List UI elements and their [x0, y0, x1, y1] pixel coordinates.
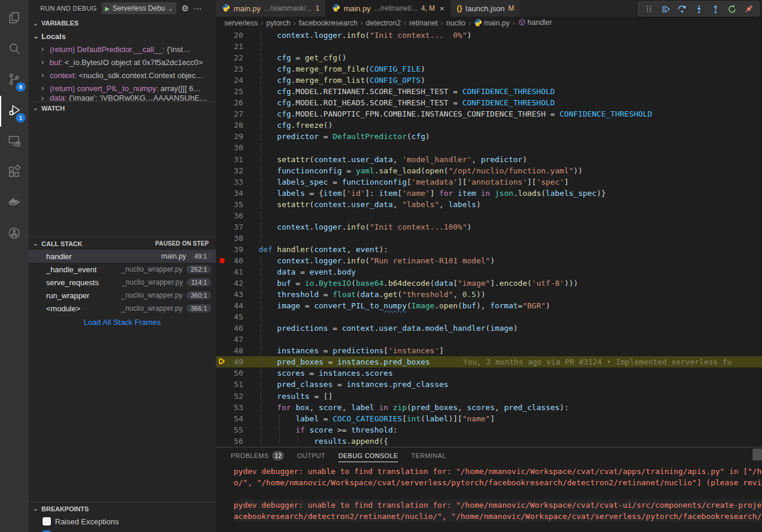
- line-number[interactable]: 56: [228, 437, 243, 446]
- start-debug-icon[interactable]: ▶: [105, 5, 110, 12]
- breakpoints-header[interactable]: ⌄ BREAKPOINTS: [28, 502, 216, 515]
- variable-row[interactable]: ›(return) convert_PIL_to_numpy: array([[…: [28, 82, 216, 95]
- launch-config-picker[interactable]: ▶ Serverless Debu ⌄: [102, 2, 177, 14]
- line-number[interactable]: 21: [228, 42, 243, 51]
- line-number[interactable]: 50: [228, 369, 243, 378]
- run-and-debug-activity-item[interactable]: 1: [0, 96, 28, 127]
- stack-frame-row[interactable]: <module>_nuclio_wrapper.py366:1: [28, 302, 216, 315]
- line-number[interactable]: 51: [228, 380, 243, 389]
- restart-icon[interactable]: [725, 2, 739, 15]
- line-number[interactable]: 24: [228, 76, 243, 85]
- panel-tab-output[interactable]: OUTPUT: [297, 447, 325, 464]
- line-number[interactable]: 35: [228, 200, 243, 209]
- step-into-icon[interactable]: [692, 2, 706, 15]
- variable-row[interactable]: ›data: {'image': 'iVBORw0KG…AAAANSUhE…: [28, 95, 216, 101]
- line-number[interactable]: 30: [228, 143, 243, 152]
- line-number[interactable]: 31: [228, 155, 243, 164]
- stack-frame-row[interactable]: _handle_event_nuclio_wrapper.py262:1: [28, 263, 216, 276]
- line-number[interactable]: 53: [228, 403, 243, 412]
- line-number[interactable]: 20: [228, 31, 243, 40]
- breakpoint-row[interactable]: ✓Uncaught Exceptions: [28, 528, 216, 532]
- breakpoint-row[interactable]: Raised Exceptions: [28, 515, 216, 528]
- code-editor[interactable]: 20│ context.logger.info("Init context...…: [216, 30, 762, 447]
- continue-icon[interactable]: [658, 2, 673, 15]
- breakpoint-dot[interactable]: [219, 258, 225, 263]
- stack-frame-row[interactable]: serve_requests_nuclio_wrapper.py114:1: [28, 276, 216, 289]
- close-icon[interactable]: ×: [440, 4, 444, 13]
- variable-row[interactable]: ›buf: <_io.BytesIO object at 0x7f5a2dc1e…: [28, 56, 216, 69]
- variables-header[interactable]: ⌄ VARIABLES: [28, 17, 216, 30]
- line-number[interactable]: 29: [228, 132, 243, 141]
- line-number[interactable]: 32: [228, 166, 243, 175]
- git-graph-activity-item[interactable]: [0, 219, 28, 250]
- code-line: 33│ labels_spec = functionconfig['metada…: [216, 176, 762, 188]
- checkbox[interactable]: [43, 517, 51, 525]
- line-number[interactable]: 25: [228, 87, 243, 96]
- line-number[interactable]: 42: [228, 279, 243, 288]
- docker-activity-item[interactable]: [0, 188, 28, 219]
- load-all-stack-frames-link[interactable]: Load All Stack Frames: [28, 315, 216, 329]
- line-number[interactable]: 54: [228, 414, 243, 423]
- problems-count-badge: 12: [272, 451, 284, 460]
- line-number[interactable]: 45: [228, 312, 243, 321]
- drag-handle-icon[interactable]: [642, 2, 656, 15]
- breadcrumb-item[interactable]: pytorch: [266, 19, 290, 27]
- panel-tab-terminal[interactable]: TERMINAL: [411, 447, 446, 464]
- panel-scrollbar[interactable]: [753, 449, 762, 460]
- call-stack-header[interactable]: ⌄ CALL STACK PAUSED ON STEP: [28, 237, 216, 250]
- line-number[interactable]: 41: [228, 267, 243, 276]
- line-number[interactable]: 37: [228, 223, 243, 231]
- line-number[interactable]: 22: [228, 53, 243, 62]
- source-control-activity-item[interactable]: 8: [0, 65, 28, 96]
- gear-icon[interactable]: ⚙: [181, 4, 189, 13]
- chevron-right-icon: ›: [41, 84, 50, 92]
- line-number[interactable]: 23: [228, 65, 243, 73]
- more-actions-icon[interactable]: ···: [193, 4, 202, 13]
- stack-frame-row[interactable]: run_wrapper_nuclio_wrapper.py360:1: [28, 289, 216, 302]
- line-number[interactable]: 43: [228, 290, 243, 299]
- line-number[interactable]: 40: [228, 256, 243, 265]
- breadcrumb-item[interactable]: detectron2: [366, 19, 401, 27]
- line-number[interactable]: 33: [228, 178, 243, 186]
- line-number[interactable]: 49: [228, 357, 243, 366]
- line-number[interactable]: 27: [228, 109, 243, 118]
- line-number[interactable]: 48: [228, 346, 243, 355]
- panel-tab-problems[interactable]: PROBLEMS12: [231, 447, 284, 464]
- line-number[interactable]: 36: [228, 211, 243, 220]
- stack-frame-row[interactable]: handlermain.py49:1: [28, 250, 216, 263]
- code-line: 24│ cfg.merge_from_list(CONFIG_OPTS): [216, 75, 762, 86]
- breadcrumb-item[interactable]: handler: [518, 18, 553, 28]
- line-number[interactable]: 39: [228, 245, 243, 254]
- breadcrumb-item[interactable]: main.py: [474, 18, 510, 28]
- editor-tab[interactable]: main.py.../siammask/...1: [216, 0, 326, 17]
- line-number[interactable]: 44: [228, 301, 243, 310]
- chevron-right-icon: ›: [41, 58, 50, 66]
- panel-tab-debug-console[interactable]: DEBUG CONSOLE: [338, 447, 398, 464]
- line-number[interactable]: 47: [228, 335, 243, 344]
- line-number[interactable]: 38: [228, 234, 243, 243]
- variable-row[interactable]: ›context: <nuclio_sdk.context.Context ob…: [28, 69, 216, 82]
- explorer-activity-item[interactable]: [0, 4, 28, 34]
- variable-row[interactable]: ›(return) DefaultPredictor.__call__: {'i…: [28, 43, 216, 56]
- line-number[interactable]: 28: [228, 121, 243, 130]
- line-number[interactable]: 52: [228, 392, 243, 401]
- remote-explorer-activity-item[interactable]: [0, 127, 28, 157]
- step-over-icon[interactable]: [675, 2, 689, 15]
- breadcrumb-item[interactable]: nuclio: [446, 19, 466, 27]
- editor-tab[interactable]: {}launch.jsonM: [451, 0, 521, 17]
- line-number[interactable]: 55: [228, 425, 243, 434]
- breadcrumb-item[interactable]: serverless: [224, 19, 258, 27]
- line-number[interactable]: 34: [228, 189, 243, 198]
- scope-locals[interactable]: ⌄ Locals: [28, 30, 216, 43]
- line-number[interactable]: 26: [228, 98, 243, 107]
- editor-tab[interactable]: main.py.../retinanet/...4, M×: [326, 0, 451, 17]
- step-out-icon[interactable]: [708, 2, 722, 15]
- tab-decoration: 1: [315, 4, 319, 12]
- search-activity-item[interactable]: [0, 34, 28, 65]
- watch-header[interactable]: ⌄ WATCH: [28, 101, 216, 114]
- extensions-activity-item[interactable]: [0, 157, 28, 188]
- breadcrumb-item[interactable]: facebookresearch: [299, 19, 357, 27]
- line-number[interactable]: 46: [228, 324, 243, 333]
- disconnect-icon[interactable]: [741, 2, 755, 15]
- breadcrumb-item[interactable]: retinanet: [409, 19, 438, 27]
